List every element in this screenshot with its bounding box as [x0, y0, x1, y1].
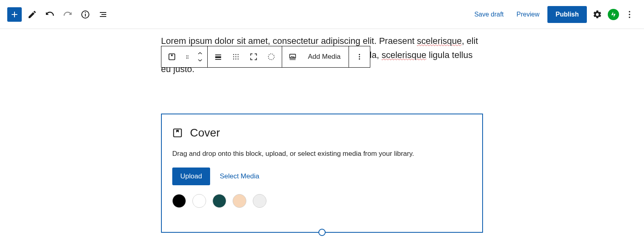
color-swatch-black[interactable]: [172, 194, 186, 208]
svg-rect-27: [290, 59, 296, 60]
kebab-icon: [625, 10, 634, 19]
redo-icon: [63, 10, 72, 19]
chevron-down-icon: [198, 58, 202, 62]
drag-handle[interactable]: [182, 49, 194, 65]
svg-rect-15: [215, 59, 221, 60]
block-more-button[interactable]: [351, 49, 367, 65]
svg-rect-13: [215, 55, 221, 56]
cover-title: Cover: [190, 126, 220, 139]
move-down-button[interactable]: [195, 57, 205, 64]
svg-point-8: [188, 55, 188, 56]
toolbar-group-more: [349, 46, 370, 67]
cover-actions: Upload Select Media: [172, 168, 472, 185]
top-right-group: Save draft Preview Publish: [469, 6, 637, 23]
svg-point-30: [359, 58, 360, 60]
svg-point-5: [629, 17, 630, 18]
svg-point-18: [237, 54, 238, 55]
image-icon: [288, 52, 297, 61]
move-up-button[interactable]: [195, 50, 205, 57]
content-position-button[interactable]: [228, 49, 244, 65]
svg-rect-14: [215, 56, 221, 58]
svg-point-24: [237, 58, 238, 59]
spelling-error: scelerisque: [382, 50, 426, 60]
undo-button[interactable]: [43, 7, 57, 22]
color-swatch-grey[interactable]: [253, 194, 266, 208]
svg-point-11: [186, 58, 187, 59]
full-height-button[interactable]: [246, 49, 262, 65]
resize-handle[interactable]: [318, 229, 326, 236]
svg-point-9: [186, 57, 187, 58]
svg-point-12: [188, 58, 188, 59]
kebab-icon: [355, 52, 364, 61]
top-left-group: [7, 7, 110, 22]
svg-point-21: [237, 56, 238, 57]
cover-icon: [172, 128, 183, 138]
edit-button[interactable]: [25, 7, 39, 22]
chevron-up-icon: [198, 51, 202, 55]
plus-icon: [10, 10, 19, 19]
jetpack-button[interactable]: [608, 9, 619, 20]
block-toolbar: Add Media: [161, 46, 370, 68]
svg-point-3: [629, 11, 630, 12]
publish-button[interactable]: Publish: [547, 6, 587, 23]
upload-button[interactable]: Upload: [172, 168, 210, 185]
grid-dots-icon: [231, 52, 240, 61]
settings-button[interactable]: [590, 7, 605, 22]
list-icon: [98, 10, 108, 19]
svg-point-22: [233, 58, 234, 59]
preview-button[interactable]: Preview: [512, 8, 544, 21]
toolbar-group-align: [208, 46, 282, 67]
undo-icon: [45, 10, 55, 19]
svg-point-7: [186, 55, 187, 56]
drag-icon: [185, 52, 190, 61]
cover-block[interactable]: Cover Drag and drop onto this block, upl…: [161, 114, 483, 233]
media-icon-button[interactable]: [285, 49, 301, 65]
svg-point-19: [233, 56, 234, 57]
color-swatch-teal[interactable]: [213, 194, 226, 208]
svg-point-29: [359, 56, 360, 58]
select-media-link[interactable]: Select Media: [220, 172, 259, 180]
editor-canvas: Lorem ipsum dolor sit amet, consectetur …: [161, 29, 483, 233]
add-block-button[interactable]: [7, 7, 22, 22]
toolbar-group-block: [161, 46, 208, 67]
more-menu-button[interactable]: [622, 7, 637, 22]
outline-button[interactable]: [96, 7, 110, 22]
cover-description: Drag and drop onto this block, upload, o…: [172, 150, 472, 158]
svg-point-10: [188, 57, 188, 58]
text-segment: Lorem ipsum dolor sit amet, consectetur …: [161, 36, 417, 46]
svg-point-20: [235, 56, 236, 57]
color-swatch-peach[interactable]: [233, 194, 246, 208]
move-arrows: [195, 50, 205, 64]
add-media-label[interactable]: Add Media: [302, 53, 346, 61]
svg-rect-1: [85, 14, 86, 17]
spelling-error: scelerisque: [417, 36, 462, 46]
block-type-button[interactable]: [164, 49, 180, 65]
jetpack-icon: [610, 11, 617, 18]
svg-rect-2: [85, 12, 86, 13]
svg-point-4: [629, 14, 630, 15]
top-toolbar: Save draft Preview Publish: [0, 0, 644, 29]
align-button[interactable]: [210, 49, 226, 65]
info-icon: [80, 10, 90, 19]
cover-header: Cover: [172, 126, 472, 139]
save-draft-button[interactable]: Save draft: [469, 8, 508, 21]
dotted-circle-icon: [267, 52, 276, 61]
svg-point-16: [233, 54, 234, 55]
svg-point-17: [235, 54, 236, 55]
redo-button[interactable]: [60, 7, 75, 22]
pencil-icon: [27, 10, 37, 19]
duotone-button[interactable]: [263, 49, 279, 65]
svg-point-28: [359, 54, 360, 55]
fullscreen-icon: [249, 52, 258, 61]
color-swatches: [172, 194, 472, 208]
info-button[interactable]: [78, 7, 93, 22]
align-none-icon: [214, 52, 223, 61]
svg-point-23: [235, 58, 236, 59]
toolbar-group-media: Add Media: [282, 46, 349, 67]
svg-point-25: [268, 54, 275, 60]
gear-icon: [592, 10, 602, 19]
cover-icon: [167, 52, 176, 61]
color-swatch-white[interactable]: [192, 194, 206, 208]
